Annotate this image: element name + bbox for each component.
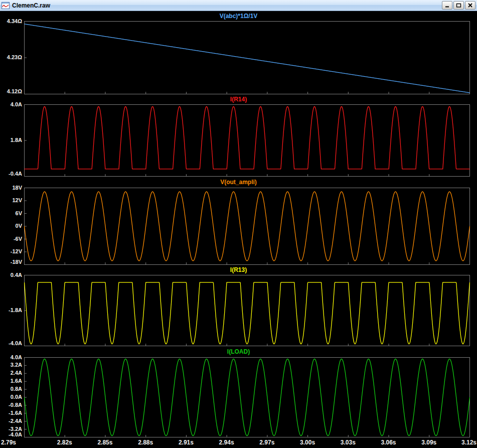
y-tick-label: 0.8A bbox=[0, 386, 22, 392]
plot-region-i-r13[interactable]: 0.4A-1.8A-4.0A bbox=[0, 275, 477, 346]
y-tick-label: 0V bbox=[0, 223, 22, 229]
x-tick-label: 2.94s bbox=[219, 439, 234, 446]
plot-region-i-load[interactable]: 4.0A3.2A2.4A1.6A0.8A0.0A-0.8A-1.6A-2.4A-… bbox=[0, 357, 477, 437]
time-axis-labels: 2.79s2.82s2.85s2.88s2.91s2.94s2.97s3.00s… bbox=[0, 437, 477, 448]
trace-title-i-r13[interactable]: I(R13) bbox=[0, 265, 477, 275]
x-tick-label: 2.82s bbox=[57, 439, 72, 446]
trace-title-i-r14[interactable]: I(R14) bbox=[0, 94, 477, 104]
waveform-canvas-i-r13[interactable] bbox=[24, 275, 470, 346]
plot-region-v-out-ampli[interactable]: 18V12V6V0V-6V-12V-18V bbox=[0, 188, 477, 265]
x-tick-label: 2.91s bbox=[179, 439, 194, 446]
y-tick-label: -0.4A bbox=[0, 171, 22, 177]
y-tick-label: -1.8A bbox=[0, 307, 22, 314]
y-tick-label: -18V bbox=[0, 259, 22, 265]
maximize-button[interactable] bbox=[453, 1, 464, 10]
pane-v-out-ampli[interactable]: V(out_ampli) 18V12V6V0V-6V-12V-18V bbox=[0, 177, 477, 265]
y-tick-label: 1.6A bbox=[0, 378, 22, 384]
y-tick-label: 4.23Ω bbox=[0, 54, 22, 61]
y-tick-label: 2.4A bbox=[0, 370, 22, 376]
y-tick-label: 1.8A bbox=[0, 137, 22, 143]
maximize-icon bbox=[456, 3, 461, 8]
y-tick-label: 6V bbox=[0, 210, 22, 217]
plot-region-i-r14[interactable]: 4.0A1.8A-0.4A bbox=[0, 104, 477, 177]
y-tick-label: -1.6A bbox=[0, 410, 22, 416]
plot-region-v-abc[interactable]: 4.34Ω4.23Ω4.12Ω bbox=[0, 21, 477, 94]
x-tick-label: 3.06s bbox=[381, 439, 396, 446]
x-tick-label: 2.88s bbox=[138, 439, 153, 446]
y-tick-label: 4.0A bbox=[0, 101, 22, 108]
trace-title-v-out-ampli[interactable]: V(out_ampli) bbox=[0, 177, 477, 188]
y-tick-label: -2.4A bbox=[0, 418, 22, 424]
x-tick-label: 2.79s bbox=[1, 439, 16, 446]
close-icon bbox=[467, 3, 473, 8]
waveform-canvas-v-out-ampli[interactable] bbox=[24, 188, 470, 265]
y-tick-label: 4.0A bbox=[0, 354, 22, 361]
y-tick-label: 4.12Ω bbox=[0, 88, 22, 95]
x-tick-label: 2.85s bbox=[97, 439, 112, 446]
waveform-canvas-i-r14[interactable] bbox=[24, 104, 470, 177]
y-tick-label: 0.4A bbox=[0, 272, 22, 278]
minimize-icon bbox=[444, 3, 450, 8]
trace-title-v-abc[interactable]: V(abc)*1Ω/1V bbox=[0, 11, 477, 21]
y-tick-label: -12V bbox=[0, 248, 22, 255]
y-tick-label: 12V bbox=[0, 197, 22, 204]
y-tick-label: -4.0A bbox=[0, 340, 22, 347]
y-tick-label: 0.0A bbox=[0, 394, 22, 400]
y-tick-label: 18V bbox=[0, 185, 22, 191]
ltspice-waveform-window: ClemenC.raw V(abc)*1Ω/1V 4.34Ω4.23Ω4.12Ω… bbox=[0, 0, 477, 448]
y-tick-label: -0.8A bbox=[0, 402, 22, 408]
y-tick-label: 4.34Ω bbox=[0, 18, 22, 25]
pane-i-load[interactable]: I(LOAD) 4.0A3.2A2.4A1.6A0.8A0.0A-0.8A-1.… bbox=[0, 346, 477, 437]
waveform-file-icon bbox=[2, 2, 10, 9]
pane-i-r14[interactable]: I(R14) 4.0A1.8A-0.4A bbox=[0, 94, 477, 177]
x-tick-label: 3.12s bbox=[461, 439, 476, 446]
window-title: ClemenC.raw bbox=[12, 2, 439, 9]
waveform-viewer[interactable]: V(abc)*1Ω/1V 4.34Ω4.23Ω4.12Ω I(R14) 4.0A… bbox=[0, 11, 477, 448]
y-tick-label: 3.2A bbox=[0, 362, 22, 368]
pane-v-abc[interactable]: V(abc)*1Ω/1V 4.34Ω4.23Ω4.12Ω bbox=[0, 11, 477, 94]
x-tick-label: 2.97s bbox=[259, 439, 274, 446]
window-controls bbox=[442, 1, 475, 10]
waveform-canvas-v-abc[interactable] bbox=[24, 21, 470, 94]
pane-i-r13[interactable]: I(R13) 0.4A-1.8A-4.0A bbox=[0, 265, 477, 346]
trace-title-i-load[interactable]: I(LOAD) bbox=[0, 346, 477, 357]
waveform-canvas-i-load[interactable] bbox=[24, 357, 470, 437]
close-button[interactable] bbox=[465, 1, 475, 10]
y-tick-label: -6V bbox=[0, 236, 22, 242]
titlebar[interactable]: ClemenC.raw bbox=[0, 0, 477, 11]
minimize-button[interactable] bbox=[442, 1, 452, 10]
x-tick-label: 3.09s bbox=[421, 439, 436, 446]
x-tick-label: 3.00s bbox=[300, 439, 315, 446]
x-tick-label: 3.03s bbox=[341, 439, 356, 446]
